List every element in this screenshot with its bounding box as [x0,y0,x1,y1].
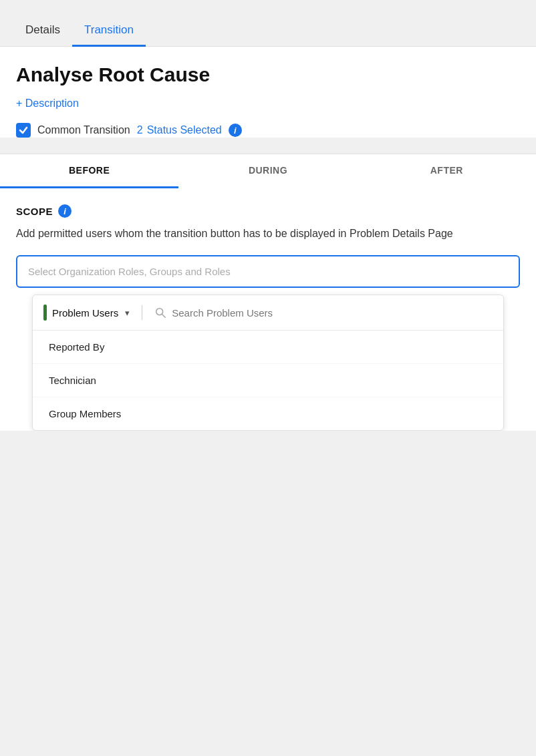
roles-input[interactable] [16,255,520,288]
page-title: Analyse Root Cause [16,63,520,87]
tab-transition[interactable]: Transition [72,14,146,46]
common-transition-checkbox[interactable] [16,123,31,138]
svg-line-1 [162,315,166,318]
tab-bar: Details Transition [0,0,536,47]
chevron-down-icon[interactable]: ▾ [125,308,130,318]
search-placeholder: Search Problem Users [172,307,273,319]
scope-info-icon[interactable]: i [58,204,72,218]
scope-description: Add permitted users whom the transition … [16,226,471,242]
status-text: Status Selected [147,124,222,136]
tab-during[interactable]: DURING [178,154,357,188]
search-row: Search Problem Users [154,307,493,319]
scope-title: SCOPE [16,206,53,217]
checkmark-icon [19,126,28,135]
scope-header: SCOPE i [16,204,520,218]
section-tabs: BEFORE DURING AFTER [0,154,536,188]
page-container: Details Transition Analyse Root Cause + … [0,0,536,756]
green-bar [43,305,47,321]
status-selected-badge: 2 Status Selected [137,124,222,136]
tab-before[interactable]: BEFORE [0,154,178,188]
dropdown-group-label: Problem Users [52,307,118,319]
list-item[interactable]: Group Members [33,397,503,430]
tab-details[interactable]: Details [13,14,72,46]
tab-after[interactable]: AFTER [358,154,536,188]
dropdown-header: Problem Users ▾ Search Problem Users [33,295,503,331]
list-item[interactable]: Technician [33,364,503,397]
common-transition-label: Common Transition [37,124,130,136]
scope-section: SCOPE i Add permitted users whom the tra… [0,188,536,288]
bottom-padding [0,431,536,457]
description-link[interactable]: + Description [16,98,79,110]
vertical-divider [142,305,142,320]
dropdown-container: Problem Users ▾ Search Problem Users Rep… [32,295,504,431]
status-info-icon[interactable]: i [229,124,242,137]
common-transition-row: Common Transition 2 Status Selected i [16,123,520,138]
status-count: 2 [137,124,143,136]
svg-point-0 [156,309,163,315]
main-content: Analyse Root Cause + Description Common … [0,47,536,138]
list-item[interactable]: Reported By [33,331,503,364]
search-icon [154,307,166,319]
